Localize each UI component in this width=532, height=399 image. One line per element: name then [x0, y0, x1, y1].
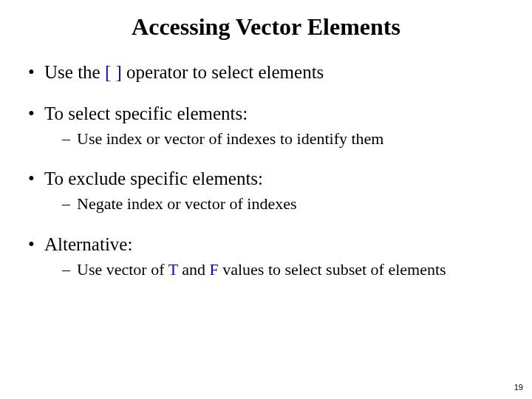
- slide: Accessing Vector Elements Use the [ ] op…: [0, 0, 532, 399]
- bullet-use-operator: Use the [ ] operator to select elements: [24, 61, 508, 83]
- bullet-text: Alternative:: [44, 234, 132, 254]
- sub-list: Use vector of T and F values to select s…: [44, 260, 508, 279]
- sub-post: values to select subset of elements: [219, 260, 446, 279]
- bullet-text: To select specific elements:: [44, 103, 248, 123]
- sub-bullet-negate-index: Negate index or vector of indexes: [44, 194, 508, 214]
- bullet-list: Use the [ ] operator to select elements …: [24, 61, 508, 279]
- bullet-alternative: Alternative: Use vector of T and F value…: [24, 233, 508, 279]
- true-value: T: [168, 260, 178, 279]
- bullet-text: To exclude specific elements:: [44, 168, 263, 188]
- text-post: operator to select elements: [122, 62, 324, 82]
- page-number: 19: [514, 383, 523, 392]
- false-value: F: [209, 260, 218, 279]
- bracket-operator: [ ]: [105, 62, 122, 82]
- bullet-exclude-specific: To exclude specific elements: Negate ind…: [24, 168, 508, 214]
- sub-bullet-use-index: Use index or vector of indexes to identi…: [44, 129, 508, 149]
- sub-pre: Use vector of: [77, 260, 168, 279]
- sub-bullet-tf-vector: Use vector of T and F values to select s…: [44, 260, 508, 279]
- sub-list: Use index or vector of indexes to identi…: [44, 129, 508, 149]
- sub-list: Negate index or vector of indexes: [44, 194, 508, 214]
- sub-text: Use index or vector of indexes to identi…: [77, 129, 383, 148]
- bullet-select-specific: To select specific elements: Use index o…: [24, 103, 508, 149]
- slide-title: Accessing Vector Elements: [24, 13, 508, 41]
- text-pre: Use the: [44, 62, 105, 82]
- sub-text: Negate index or vector of indexes: [77, 194, 297, 213]
- sub-mid: and: [178, 260, 210, 279]
